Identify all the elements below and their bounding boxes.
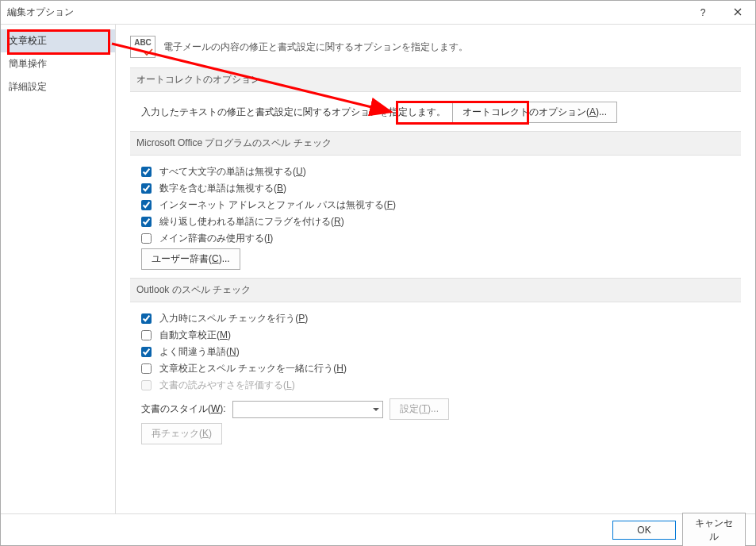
option-label: メイン辞書のみ使用する(I): [159, 232, 273, 245]
button-label: ユーザー辞書(C)...: [152, 253, 230, 264]
office-spell-option-numbers[interactable]: 数字を含む単語は無視する(B): [141, 182, 741, 195]
button-label: OK: [637, 525, 650, 536]
sidebar-item-label: 簡単操作: [9, 58, 47, 69]
cancel-button[interactable]: キャンセル: [682, 513, 746, 547]
checkbox[interactable]: [141, 313, 152, 324]
help-icon: ?: [700, 7, 706, 18]
checkbox[interactable]: [141, 363, 152, 374]
outlook-spell-option-confused[interactable]: よく間違う単語(N): [141, 345, 741, 359]
writing-style-row: 文書のスタイル(W): 設定(T)...: [141, 398, 741, 420]
recheck-button: 再チェック(K): [141, 423, 222, 444]
button-label: オートコレクトのオプション(A)...: [462, 106, 607, 117]
button-label: キャンセル: [695, 517, 733, 542]
office-spell-option-internet[interactable]: インターネット アドレスとファイル パスは無視する(F): [141, 198, 741, 212]
sidebar-item-ease-of-access[interactable]: 簡単操作: [1, 52, 115, 75]
sidebar-item-label: 詳細設定: [9, 81, 47, 92]
writing-style-settings-button: 設定(T)...: [390, 398, 449, 420]
outlook-spell-option-readability: 文書の読みやすさを評価する(L): [141, 379, 741, 392]
proofing-icon-label: ABC: [134, 38, 152, 47]
autocorrect-section-header: オートコレクトのオプション: [130, 67, 741, 92]
checkbox[interactable]: [141, 200, 152, 210]
checkbox[interactable]: [141, 183, 152, 194]
office-spell-section-header: Microsoft Office プログラムのスペル チェック: [130, 131, 741, 156]
button-label: 再チェック(K): [152, 428, 212, 439]
checkbox[interactable]: [141, 217, 152, 227]
checkbox[interactable]: [141, 330, 152, 340]
checkbox[interactable]: [141, 233, 152, 244]
custom-dictionaries-button[interactable]: ユーザー辞書(C)...: [141, 248, 240, 270]
office-spell-option-uppercase[interactable]: すべて大文字の単語は無視する(U): [141, 165, 741, 179]
sidebar-item-advanced[interactable]: 詳細設定: [1, 75, 115, 98]
window-title: 編集オプション: [7, 6, 685, 19]
option-label: すべて大文字の単語は無視する(U): [159, 165, 306, 179]
outlook-spell-option-as-you-type[interactable]: 入力時にスペル チェックを行う(P): [141, 312, 741, 325]
sidebar-item-label: 文章校正: [9, 35, 47, 46]
button-label: 設定(T)...: [400, 403, 439, 414]
writing-style-label: 文書のスタイル(W):: [141, 402, 226, 416]
outlook-spell-option-auto-grammar[interactable]: 自動文章校正(M): [141, 329, 741, 342]
option-label: 文章校正とスペル チェックを一緒に行う(H): [159, 362, 347, 375]
checkbox[interactable]: [141, 167, 152, 177]
title-bar: 編集オプション ?: [1, 1, 755, 25]
office-spell-option-repeated[interactable]: 繰り返し使われる単語にフラグを付ける(R): [141, 215, 741, 229]
sidebar: 文章校正 簡単操作 詳細設定: [1, 25, 116, 513]
option-label: 文書の読みやすさを評価する(L): [159, 379, 295, 392]
option-label: 入力時にスペル チェックを行う(P): [159, 312, 308, 325]
autocorrect-row: 入力したテキストの修正と書式設定に関するオプションを指定します。 オートコレクト…: [141, 102, 741, 123]
help-button[interactable]: ?: [685, 1, 720, 25]
option-label: 繰り返し使われる単語にフラグを付ける(R): [159, 215, 344, 229]
intro-text: 電子メールの内容の修正と書式設定に関するオプションを指定します。: [163, 40, 468, 54]
outlook-spell-section-header: Outlook のスペル チェック: [130, 278, 741, 302]
office-spell-option-main-dict[interactable]: メイン辞書のみ使用する(I): [141, 232, 741, 245]
checkbox[interactable]: [141, 347, 152, 357]
main-panel: ABC 電子メールの内容の修正と書式設定に関するオプションを指定します。 オート…: [116, 25, 755, 513]
dialog-footer: OK キャンセル: [1, 513, 755, 545]
autocorrect-description: 入力したテキストの修正と書式設定に関するオプションを指定します。: [141, 106, 446, 119]
chevron-down-icon: [373, 408, 379, 411]
ok-button[interactable]: OK: [612, 521, 676, 540]
sidebar-item-proofing[interactable]: 文章校正: [1, 29, 115, 52]
dialog-body: 文章校正 簡単操作 詳細設定 ABC 電子メールの内容の修正と書式設定に関するオ…: [1, 25, 755, 513]
writing-style-select[interactable]: [232, 401, 383, 418]
option-label: 自動文章校正(M): [159, 329, 231, 342]
outlook-spell-option-with-grammar[interactable]: 文章校正とスペル チェックを一緒に行う(H): [141, 362, 741, 375]
option-label: 数字を含む単語は無視する(B): [159, 182, 286, 195]
close-button[interactable]: [720, 1, 755, 25]
close-icon: [734, 7, 742, 18]
checkbox: [141, 380, 152, 390]
proofing-icon: ABC: [130, 36, 155, 58]
intro-row: ABC 電子メールの内容の修正と書式設定に関するオプションを指定します。: [130, 36, 741, 58]
option-label: よく間違う単語(N): [159, 345, 240, 359]
autocorrect-options-button[interactable]: オートコレクトのオプション(A)...: [452, 102, 617, 123]
option-label: インターネット アドレスとファイル パスは無視する(F): [159, 198, 396, 212]
